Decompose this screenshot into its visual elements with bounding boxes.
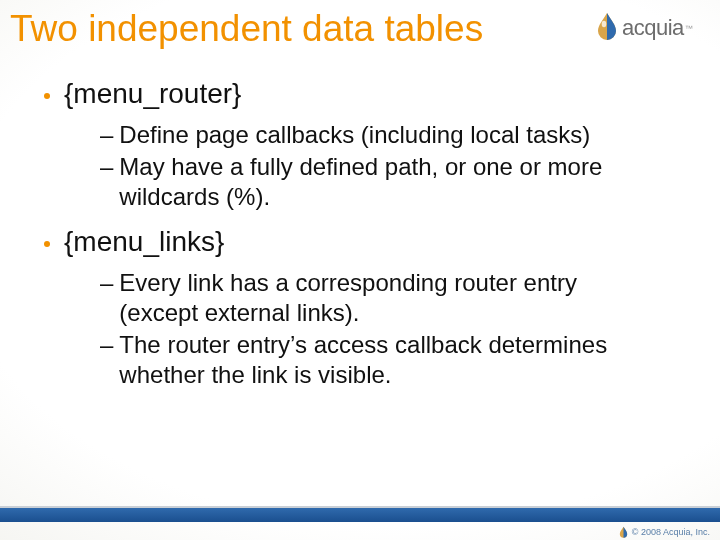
sub-text: Every link has a corresponding router en… xyxy=(119,268,660,328)
dash-icon: – xyxy=(100,152,113,182)
sub-item: – May have a fully defined path, or one … xyxy=(100,152,660,212)
sub-item: – The router entry’s access callback det… xyxy=(100,330,660,390)
bullet-item: {menu_links} xyxy=(44,226,680,258)
footer-bar xyxy=(0,506,720,522)
sub-item: – Every link has a corresponding router … xyxy=(100,268,660,328)
brand-trademark: ™ xyxy=(685,24,693,33)
content-area: {menu_router} – Define page callbacks (i… xyxy=(44,74,680,404)
bullet-label: {menu_router} xyxy=(64,78,241,110)
sub-text: May have a fully defined path, or one or… xyxy=(119,152,660,212)
bullet-dot-icon xyxy=(44,93,50,99)
sub-list: – Every link has a corresponding router … xyxy=(100,268,660,390)
brand-logo: acquia ™ xyxy=(596,10,706,46)
bullet-label: {menu_links} xyxy=(64,226,224,258)
svg-point-0 xyxy=(602,21,607,27)
acquia-drop-icon xyxy=(596,12,618,44)
dash-icon: – xyxy=(100,330,113,360)
dash-icon: – xyxy=(100,120,113,150)
sub-list: – Define page callbacks (including local… xyxy=(100,120,660,212)
acquia-drop-icon xyxy=(619,526,628,538)
bullet-dot-icon xyxy=(44,241,50,247)
slide: Two independent data tables acquia ™ {me… xyxy=(0,0,720,540)
sub-item: – Define page callbacks (including local… xyxy=(100,120,660,150)
slide-title: Two independent data tables xyxy=(10,8,580,50)
footer-copyright: © 2008 Acquia, Inc. xyxy=(619,526,710,538)
sub-text: The router entry’s access callback deter… xyxy=(119,330,660,390)
bullet-item: {menu_router} xyxy=(44,78,680,110)
dash-icon: – xyxy=(100,268,113,298)
brand-name: acquia xyxy=(622,15,684,41)
sub-text: Define page callbacks (including local t… xyxy=(119,120,590,150)
copyright-text: © 2008 Acquia, Inc. xyxy=(632,527,710,537)
